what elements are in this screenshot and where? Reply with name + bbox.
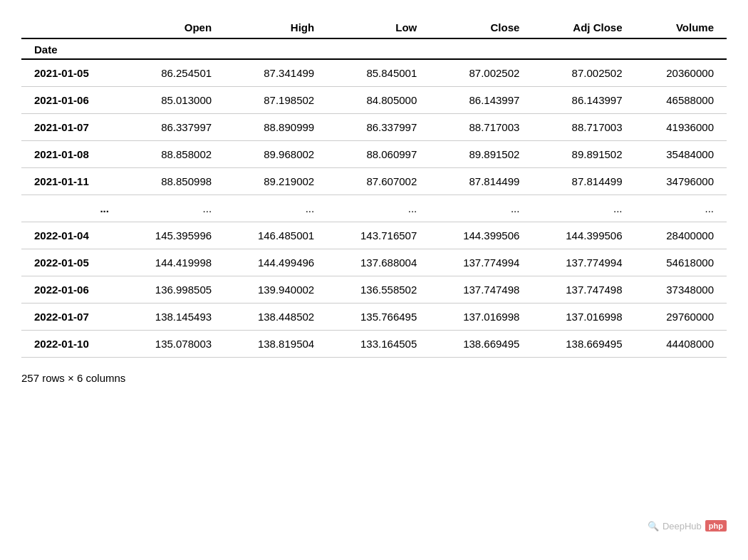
stock-data-table: Open High Low Close Adj Close Volume Dat… [21,14,727,358]
cell-date: 2021-01-07 [21,114,122,141]
cell-low: 87.607002 [327,168,430,195]
cell-open: 136.998505 [122,276,224,304]
cell-adj-close: 87.814499 [532,168,635,195]
cell-date: 2022-01-04 [21,222,122,249]
cell-volume: 46588000 [635,87,727,114]
cell-adj-close: 137.016998 [532,304,635,331]
cell-date: 2021-01-11 [21,168,122,195]
cell-adj-close: 137.747498 [532,276,635,304]
cell-high: 89.968002 [224,141,327,168]
watermark-badge: php [705,520,727,532]
ellipsis-row: ... ... ... ... ... ... ... [21,195,727,222]
cell-volume: 34796000 [635,168,727,195]
cell-high: 138.448502 [224,304,327,331]
cell-high: 88.890999 [224,114,327,141]
table-row: 2021-01-08 88.858002 89.968002 88.060997… [21,141,727,168]
cell-close: 86.143997 [430,87,532,114]
cell-high: 87.341499 [224,59,327,87]
cell-date: 2022-01-07 [21,304,122,331]
cell-low: 88.060997 [327,141,430,168]
cell-volume: 44408000 [635,331,727,358]
cell-adj-close: 138.669495 [532,331,635,358]
cell-volume: 20360000 [635,59,727,87]
col-header-close: Close [430,14,532,38]
table-row: 2021-01-05 86.254501 87.341499 85.845001… [21,59,727,87]
date-subheader-low [327,38,430,59]
watermark: 🔍 DeepHub php [648,520,727,532]
data-table-container: Open High Low Close Adj Close Volume Dat… [21,14,727,358]
cell-open: 88.850998 [122,168,224,195]
cell-open: 145.395996 [122,222,224,249]
cell-adj-close: 86.143997 [532,87,635,114]
cell-low: 136.558502 [327,276,430,304]
table-row: 2021-01-07 86.337997 88.890999 86.337997… [21,114,727,141]
cell-adj-close: 144.399506 [532,222,635,249]
table-footer: 257 rows × 6 columns [21,372,727,384]
ellipsis-volume: ... [635,195,727,222]
cell-high: 139.940002 [224,276,327,304]
cell-date: 2021-01-06 [21,87,122,114]
cell-open: 88.858002 [122,141,224,168]
date-subheader-open [122,38,224,59]
col-header-date [21,14,122,38]
cell-close: 88.717003 [430,114,532,141]
cell-close: 137.747498 [430,276,532,304]
cell-high: 138.819504 [224,331,327,358]
cell-date: 2022-01-10 [21,331,122,358]
cell-close: 89.891502 [430,141,532,168]
cell-high: 144.499496 [224,249,327,276]
cell-volume: 29760000 [635,304,727,331]
table-row: 2022-01-06 136.998505 139.940002 136.558… [21,276,727,304]
col-header-low: Low [327,14,430,38]
table-row: 2022-01-05 144.419998 144.499496 137.688… [21,249,727,276]
ellipsis-low: ... [327,195,430,222]
cell-volume: 35484000 [635,141,727,168]
cell-date: 2022-01-06 [21,276,122,304]
cell-close: 87.814499 [430,168,532,195]
cell-open: 138.145493 [122,304,224,331]
cell-date: 2021-01-08 [21,141,122,168]
cell-close: 137.016998 [430,304,532,331]
cell-open: 85.013000 [122,87,224,114]
cell-close: 87.002502 [430,59,532,87]
cell-high: 146.485001 [224,222,327,249]
ellipsis-close: ... [430,195,532,222]
col-header-volume: Volume [635,14,727,38]
cell-low: 143.716507 [327,222,430,249]
date-subheader-volume [635,38,727,59]
cell-close: 144.399506 [430,222,532,249]
cell-high: 89.219002 [224,168,327,195]
cell-date: 2021-01-05 [21,59,122,87]
cell-date: 2022-01-05 [21,249,122,276]
col-header-high: High [224,14,327,38]
table-row: 2021-01-11 88.850998 89.219002 87.607002… [21,168,727,195]
table-row: 2022-01-10 135.078003 138.819504 133.164… [21,331,727,358]
cell-open: 144.419998 [122,249,224,276]
cell-adj-close: 137.774994 [532,249,635,276]
ellipsis-adj-close: ... [532,195,635,222]
cell-low: 133.164505 [327,331,430,358]
ellipsis-date: ... [21,195,122,222]
cell-volume: 54618000 [635,249,727,276]
col-header-open: Open [122,14,224,38]
table-row: 2022-01-04 145.395996 146.485001 143.716… [21,222,727,249]
cell-adj-close: 89.891502 [532,141,635,168]
date-subheader-adj-close [532,38,635,59]
date-label: Date [21,38,122,59]
col-header-adj-close: Adj Close [532,14,635,38]
cell-adj-close: 87.002502 [532,59,635,87]
cell-volume: 28400000 [635,222,727,249]
cell-low: 84.805000 [327,87,430,114]
table-row: 2021-01-06 85.013000 87.198502 84.805000… [21,87,727,114]
date-subheader-high [224,38,327,59]
cell-low: 86.337997 [327,114,430,141]
cell-low: 137.688004 [327,249,430,276]
watermark-text: DeepHub [663,521,702,532]
table-row: 2022-01-07 138.145493 138.448502 135.766… [21,304,727,331]
ellipsis-high: ... [224,195,327,222]
watermark-icon: 🔍 [648,521,659,532]
cell-open: 135.078003 [122,331,224,358]
date-subheader-close [430,38,532,59]
cell-open: 86.337997 [122,114,224,141]
cell-adj-close: 88.717003 [532,114,635,141]
